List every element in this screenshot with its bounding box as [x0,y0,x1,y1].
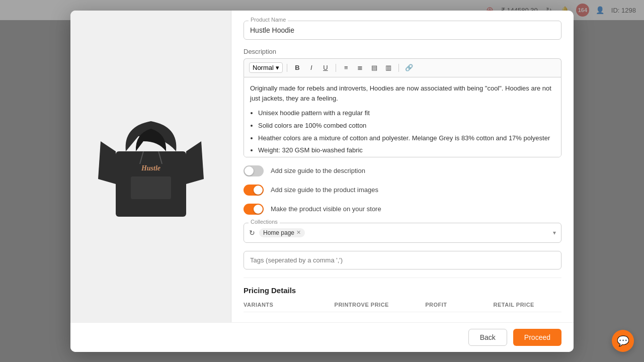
retail-price-col-header: RETAIL PRICE [494,302,561,308]
product-name-label: Product Name [249,17,288,23]
underline-button[interactable]: U [319,62,332,74]
pricing-details-section: Pricing Details VARIANTS PRINTROVE PRICE… [244,278,561,312]
collections-label: Collections [249,219,280,225]
unordered-list-button[interactable]: ≣ [354,62,366,74]
description-bullet-4: Weight: 320 GSM bio-washed fabric [258,145,555,156]
svg-rect-3 [131,176,171,199]
home-page-chip: Home page ✕ [259,228,305,237]
description-section: Description Normal ▾ B I U ≡ ≣ ▤ [244,48,561,157]
product-image: Hustle [96,106,206,227]
product-visible-label: Make the product visible on your store [271,205,381,213]
product-edit-modal: Hustle Product Name Description [70,11,574,352]
description-bullet-1: Unisex hoodie pattern with a regular fit [258,108,555,119]
description-label: Description [244,48,561,55]
toggle-thumb-visible [254,205,263,214]
pricing-title: Pricing Details [244,286,561,295]
toggle-thumb-images [254,186,263,195]
align-left-button[interactable]: ▤ [368,62,380,74]
dropdown-arrow-icon: ▾ [276,64,279,71]
product-visible-toggle[interactable] [244,204,264,215]
home-page-chip-close[interactable]: ✕ [296,229,301,236]
size-guide-description-toggle-row: Add size guide to the description [244,165,561,176]
collections-dropdown-arrow: ▾ [553,229,556,236]
product-visible-toggle-row: Make the product visible on your store [244,204,561,215]
italic-button[interactable]: I [305,62,317,74]
content-panel: Product Name Description Normal ▾ B I [231,11,574,322]
size-guide-images-label: Add size guide to the product images [271,186,378,194]
chat-bubble-button[interactable]: 💬 [612,330,634,352]
collections-field: Collections ↻ Home page ✕ ▾ [244,223,561,243]
text-style-select[interactable]: Normal ▾ [249,62,283,73]
description-bullet-2: Solid colors are 100% combed cotton [258,121,555,131]
description-intro-text: Originally made for rebels and introvert… [250,83,555,105]
pricing-table-header: VARIANTS PRINTROVE PRICE PROFIT RETAIL P… [244,302,561,312]
svg-marker-1 [98,141,116,184]
text-style-value: Normal [253,64,274,71]
svg-marker-2 [186,141,204,184]
size-guide-description-label: Add size guide to the description [271,167,365,174]
description-bullet-3: Heather colors are a mixture of cotton a… [258,133,555,144]
size-guide-images-toggle[interactable] [244,185,264,196]
editor-toolbar: Normal ▾ B I U ≡ ≣ ▤ ▥ 🔗 [244,58,561,77]
svg-text:Hustle: Hustle [140,164,160,172]
modal-overlay: Hustle Product Name Description [0,0,644,362]
product-name-input[interactable] [244,21,561,40]
home-page-chip-label: Home page [263,229,294,236]
bold-button[interactable]: B [291,62,303,74]
chat-icon: 💬 [617,335,629,347]
link-button[interactable]: 🔗 [403,62,415,74]
variants-col-header: VARIANTS [244,302,335,308]
proceed-button[interactable]: Proceed [513,329,561,346]
product-image-panel: Hustle [70,11,231,322]
product-name-field: Product Name [244,21,561,40]
toolbar-divider-1 [287,64,287,72]
modal-body: Hustle Product Name Description [70,11,574,322]
align-right-button[interactable]: ▥ [382,62,394,74]
back-button[interactable]: Back [468,329,507,346]
ordered-list-button[interactable]: ≡ [340,62,352,74]
description-editor[interactable]: Originally made for rebels and introvert… [244,77,561,157]
tags-input[interactable] [244,251,561,269]
modal-footer: Back Proceed [70,322,574,352]
toolbar-divider-2 [336,64,336,72]
printrove-price-col-header: PRINTROVE PRICE [335,302,426,308]
collections-refresh-icon[interactable]: ↻ [249,229,255,237]
toggle-thumb [245,166,254,175]
size-guide-description-toggle[interactable] [244,165,264,176]
toolbar-divider-3 [398,64,399,72]
profit-col-header: PROFIT [425,302,493,308]
size-guide-images-toggle-row: Add size guide to the product images [244,185,561,196]
collections-dropdown[interactable]: ↻ Home page ✕ ▾ [244,223,561,243]
